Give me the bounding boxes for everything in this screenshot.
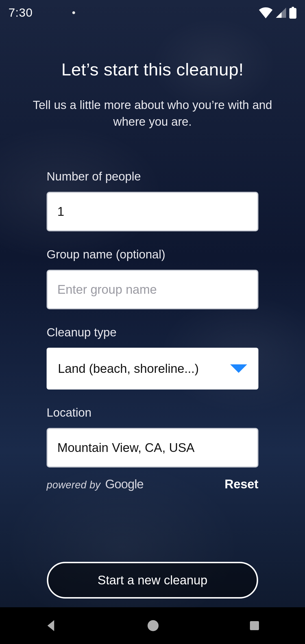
location-field-block: Location powered by Google Reset [47, 406, 258, 491]
group-name-input[interactable] [47, 270, 258, 309]
page-subtitle: Tell us a little more about who you’re w… [0, 97, 305, 130]
google-logo-text: Google [105, 477, 143, 491]
status-time: 7:30 [8, 6, 33, 19]
chevron-down-icon [230, 364, 247, 373]
status-bar-right [259, 7, 297, 19]
people-input[interactable] [47, 192, 258, 231]
cellular-icon [275, 7, 287, 18]
svg-point-2 [147, 620, 158, 631]
page-title: Let’s start this cleanup! [0, 59, 305, 79]
svg-rect-3 [250, 621, 259, 630]
group-field-block: Group name (optional) [47, 248, 258, 309]
cleanup-form: Number of people Group name (optional) C… [0, 170, 305, 607]
cleanup-type-label: Cleanup type [47, 326, 258, 339]
location-label: Location [47, 406, 258, 419]
group-label: Group name (optional) [47, 248, 258, 261]
reset-location-button[interactable]: Reset [225, 477, 258, 491]
app-screen: 7:30 Let’s start this cleanup! Tell us a… [0, 0, 305, 644]
nav-recent-icon[interactable] [248, 619, 261, 632]
main-content: Let’s start this cleanup! Tell us a litt… [0, 0, 305, 607]
location-input[interactable] [47, 428, 258, 467]
nav-back-icon[interactable] [44, 618, 58, 633]
status-bar: 7:30 [0, 0, 305, 25]
people-field-block: Number of people [47, 170, 258, 231]
android-nav-bar [0, 607, 305, 644]
battery-icon [289, 7, 297, 19]
people-label: Number of people [47, 170, 258, 183]
svg-rect-1 [292, 7, 294, 8]
start-cleanup-button[interactable]: Start a new cleanup [47, 562, 258, 599]
nav-home-icon[interactable] [146, 618, 160, 633]
status-bar-left: 7:30 [8, 6, 75, 19]
status-dot-icon [72, 11, 75, 14]
powered-by-google: powered by Google [47, 477, 143, 491]
location-footer: powered by Google Reset [47, 477, 258, 491]
powered-by-prefix: powered by [47, 479, 101, 491]
cleanup-type-field-block: Cleanup type Land (beach, shoreline...) [47, 326, 258, 390]
wifi-icon [259, 7, 273, 18]
cleanup-type-value: Land (beach, shoreline...) [58, 362, 230, 376]
svg-rect-0 [289, 8, 296, 19]
cleanup-type-select[interactable]: Land (beach, shoreline...) [47, 348, 258, 390]
